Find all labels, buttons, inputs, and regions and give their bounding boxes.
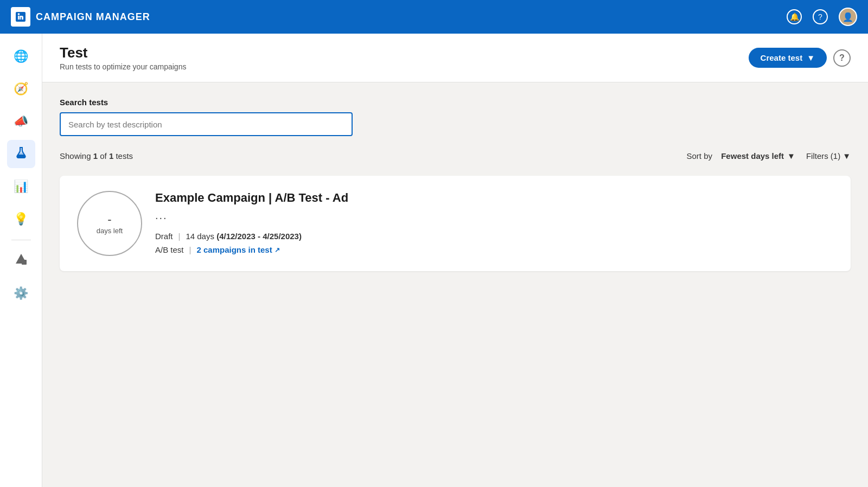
test-meta: Draft | 14 days (4/12/2023 - 4/25/2023) xyxy=(155,232,833,241)
showing-text: Showing xyxy=(60,151,91,161)
top-nav: CAMPAIGN MANAGER 🔔 ? 👤 xyxy=(0,0,868,34)
test-status: Draft xyxy=(155,232,173,241)
top-nav-right: 🔔 ? 👤 xyxy=(787,8,857,26)
linkedin-logo xyxy=(11,7,30,27)
filter-label: Filters xyxy=(806,151,828,161)
page-header-left: Test Run tests to optimize your campaign… xyxy=(60,44,186,71)
flask-icon xyxy=(15,146,28,162)
page-header-right: Create test ▼ ? xyxy=(749,48,851,68)
test-card: - days left Example Campaign | A/B Test … xyxy=(60,176,851,271)
search-input[interactable] xyxy=(60,112,353,136)
sidebar-item-campaigns[interactable]: 📣 xyxy=(7,107,35,136)
page-header: Test Run tests to optimize your campaign… xyxy=(42,34,868,82)
campaigns-link-text: 2 campaigns in test xyxy=(196,245,272,254)
search-label: Search tests xyxy=(60,98,851,107)
test-duration: 14 days xyxy=(186,232,214,241)
svg-rect-1 xyxy=(22,260,27,265)
test-name: Example Campaign | A/B Test - Ad xyxy=(155,191,833,205)
sidebar-item-network[interactable]: 🌐 xyxy=(7,42,35,71)
gear-icon: ⚙️ xyxy=(14,286,28,300)
total-count: 1 xyxy=(109,151,113,161)
days-number: - xyxy=(107,213,111,227)
shapes-icon xyxy=(15,253,28,269)
sort-button[interactable]: Sort by Fewest days left ▼ xyxy=(687,151,795,161)
app-title: CAMPAIGN MANAGER xyxy=(36,11,150,23)
cards-area: - days left Example Campaign | A/B Test … xyxy=(42,167,868,487)
filter-button[interactable]: Filters(1) ▼ xyxy=(806,151,851,161)
avatar-button[interactable]: 👤 xyxy=(839,8,857,26)
sidebar-item-analytics[interactable]: 📊 xyxy=(7,172,35,201)
lightbulb-icon: 💡 xyxy=(14,212,28,226)
test-type: A/B test xyxy=(155,245,184,254)
megaphone-icon: 📣 xyxy=(14,114,28,129)
sidebar-item-insights[interactable]: 💡 xyxy=(7,205,35,233)
meta-divider: | xyxy=(178,232,181,241)
sidebar-item-settings[interactable]: ⚙️ xyxy=(7,279,35,307)
content-area: Test Run tests to optimize your campaign… xyxy=(42,34,868,487)
chart-icon: 📊 xyxy=(14,180,28,194)
notifications-button[interactable]: 🔔 xyxy=(787,9,802,24)
campaigns-link[interactable]: 2 campaigns in test ↗ xyxy=(196,245,279,254)
sort-value: Fewest days left xyxy=(721,151,784,161)
help-button[interactable]: ? xyxy=(813,9,828,24)
bell-icon: 🔔 xyxy=(787,9,802,24)
current-count: 1 xyxy=(93,151,98,161)
sidebar-item-creative[interactable] xyxy=(7,247,35,275)
sidebar-divider xyxy=(11,240,31,240)
page-title: Test xyxy=(60,44,186,61)
test-type-row: A/B test | 2 campaigns in test ↗ xyxy=(155,245,833,254)
test-card-top: - days left Example Campaign | A/B Test … xyxy=(77,191,833,256)
sidebar-item-test[interactable] xyxy=(7,140,35,168)
filter-dropdown-icon: ▼ xyxy=(843,151,851,161)
search-area: Search tests xyxy=(42,82,868,145)
sidebar-item-explore[interactable]: 🧭 xyxy=(7,75,35,103)
help-question-icon: ? xyxy=(839,53,845,63)
create-test-button[interactable]: Create test ▼ xyxy=(749,48,827,68)
results-count: Showing 1 of 1 tests xyxy=(60,151,133,161)
tests-label: tests xyxy=(116,151,133,161)
filter-count: (1) xyxy=(831,151,840,161)
external-link-icon: ↗ xyxy=(275,246,280,254)
avatar: 👤 xyxy=(839,8,857,26)
sort-filter-area: Sort by Fewest days left ▼ Filters(1) ▼ xyxy=(687,151,851,161)
test-card-info: Example Campaign | A/B Test - Ad ··· Dra… xyxy=(155,191,833,254)
type-divider: | xyxy=(189,245,192,254)
of-text: of xyxy=(100,151,107,161)
days-circle: - days left xyxy=(77,191,142,256)
explore-icon: 🧭 xyxy=(14,82,28,96)
days-label: days left xyxy=(97,227,123,235)
sort-dropdown-icon: ▼ xyxy=(787,151,795,161)
dropdown-arrow-icon: ▼ xyxy=(807,53,815,62)
help-icon: ? xyxy=(813,9,828,24)
results-bar: Showing 1 of 1 tests Sort by Fewest days… xyxy=(42,145,868,167)
test-dates: (4/12/2023 - 4/25/2023) xyxy=(216,232,302,241)
page-subtitle: Run tests to optimize your campaigns xyxy=(60,62,186,71)
logo-area: CAMPAIGN MANAGER xyxy=(11,7,150,27)
create-test-label: Create test xyxy=(761,53,803,62)
page-help-button[interactable]: ? xyxy=(833,49,851,67)
network-icon: 🌐 xyxy=(14,49,28,63)
test-menu-dots[interactable]: ··· xyxy=(155,212,833,224)
main-layout: 🌐 🧭 📣 📊 💡 xyxy=(0,34,868,487)
sidebar: 🌐 🧭 📣 📊 💡 xyxy=(0,34,42,487)
sort-label: Sort by xyxy=(687,151,713,161)
